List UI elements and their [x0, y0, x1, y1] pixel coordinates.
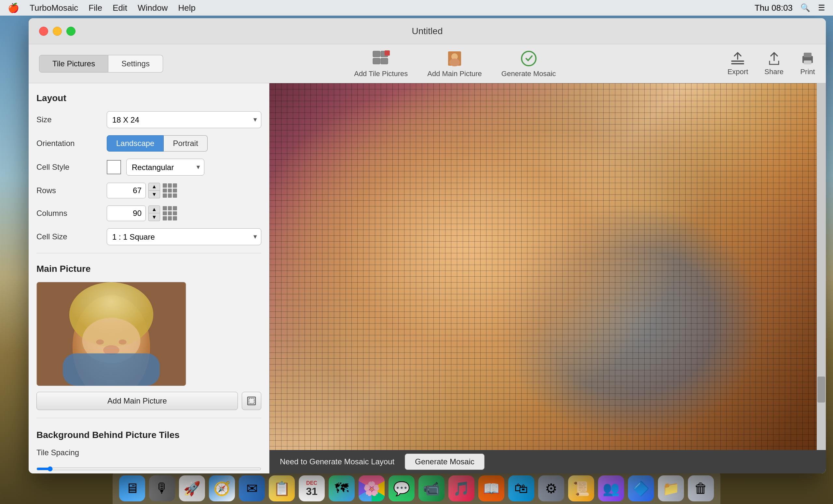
layout-title: Layout — [37, 93, 261, 103]
columns-increment[interactable]: ▲ — [148, 205, 160, 213]
svg-rect-3 — [381, 58, 388, 64]
dock-calendar[interactable]: DEC 31 — [299, 475, 325, 501]
landscape-button[interactable]: Landscape — [107, 135, 164, 152]
dock: 🖥 🎙 🚀 🧭 ✉ 📋 DEC 31 🗺 🌸 💬 📹 🎵 📖 🛍 ⚙ 📜 👥 🔷… — [113, 468, 720, 504]
rows-input-group: 67 ▲ ▼ — [107, 183, 177, 198]
size-select[interactable]: 18 X 24 16 X 20 24 X 36 — [107, 111, 261, 128]
crop-button[interactable] — [242, 392, 261, 410]
titlebar: Untitled — [29, 18, 826, 44]
orientation-label: Orientation — [37, 139, 101, 148]
dock-messages[interactable]: 💬 — [388, 475, 414, 501]
svg-rect-23 — [249, 398, 254, 404]
dock-music[interactable]: 🎵 — [448, 475, 474, 501]
add-tile-pictures-label: Add Tile Pictures — [354, 70, 408, 78]
scrollbar-track — [817, 83, 826, 450]
add-tile-pictures-button[interactable]: Add Tile Pictures — [354, 49, 408, 78]
menu-file[interactable]: File — [89, 3, 102, 13]
orientation-row: Orientation Landscape Portrait — [37, 135, 261, 152]
generate-mosaic-button[interactable]: Generate Mosaic — [501, 49, 556, 78]
menu-app-name[interactable]: TurboMosaic — [30, 3, 78, 13]
svg-rect-21 — [63, 353, 160, 386]
cell-style-select[interactable]: Rectangular Square Circular — [126, 159, 204, 176]
status-generate-button[interactable]: Generate Mosaic — [405, 454, 484, 470]
maximize-button[interactable] — [66, 27, 75, 36]
columns-decrement[interactable]: ▼ — [148, 213, 160, 221]
add-main-picture-button[interactable]: Add Main Picture — [427, 49, 482, 78]
app-window: Untitled Tile Pictures Settings Add — [29, 18, 826, 474]
canvas-area: Need to Generate Mosaic Layout Generate … — [269, 83, 826, 474]
svg-rect-12 — [804, 53, 811, 57]
menubar-search-icon[interactable]: 🔍 — [801, 3, 810, 12]
svg-rect-0 — [373, 51, 380, 57]
dock-launchpad[interactable]: 🚀 — [179, 475, 205, 501]
dock-turbomosaic[interactable]: 🔷 — [628, 475, 654, 501]
export-button[interactable]: Export — [728, 51, 748, 76]
export-icon — [730, 51, 745, 66]
status-text: Need to Generate Mosaic Layout — [280, 457, 395, 466]
generate-mosaic-icon — [520, 49, 538, 68]
rows-decrement[interactable]: ▼ — [148, 191, 160, 198]
tab-tile-pictures[interactable]: Tile Pictures — [39, 55, 109, 73]
dock-appstore[interactable]: 🛍 — [508, 475, 534, 501]
menubar: 🍎 TurboMosaic File Edit Window Help Thu … — [0, 0, 833, 16]
print-button[interactable]: Print — [800, 51, 815, 76]
dock-notes[interactable]: 📋 — [269, 475, 295, 501]
dock-maps[interactable]: 🗺 — [329, 475, 355, 501]
menu-window[interactable]: Window — [138, 3, 168, 13]
menubar-menu-icon[interactable]: ☰ — [818, 3, 825, 12]
scrollbar-thumb[interactable] — [817, 377, 825, 403]
menubar-time: Thu 08:03 — [755, 3, 793, 13]
print-icon — [800, 51, 815, 66]
dock-siri[interactable]: 🎙 — [149, 475, 175, 501]
tile-pictures-icon — [372, 49, 390, 68]
tab-settings[interactable]: Settings — [109, 55, 163, 73]
columns-input-group: 90 ▲ ▼ — [107, 205, 177, 221]
columns-label: Columns — [37, 209, 101, 218]
toolbar-right: Export Share Print — [728, 51, 815, 76]
minimize-button[interactable] — [53, 27, 62, 36]
cell-style-label: Cell Style — [37, 162, 101, 172]
tile-spacing-slider[interactable] — [37, 464, 261, 474]
sidebar-divider-1 — [37, 253, 261, 253]
generate-mosaic-label: Generate Mosaic — [501, 70, 556, 78]
dock-photos[interactable]: 🌸 — [359, 475, 385, 501]
columns-stepper: ▲ ▼ — [148, 205, 160, 221]
mosaic-grid-overlay — [269, 83, 826, 450]
dock-books[interactable]: 📖 — [478, 475, 504, 501]
rows-grid-icon[interactable] — [163, 183, 177, 198]
svg-point-18 — [96, 339, 104, 345]
columns-input[interactable]: 90 — [107, 205, 146, 221]
traffic-lights — [39, 27, 75, 36]
svg-point-19 — [119, 339, 126, 345]
columns-grid-icon[interactable] — [163, 206, 177, 221]
dock-trash[interactable]: 🗑 — [688, 475, 714, 501]
bg-title: Background Behind Picture Tiles — [37, 430, 261, 440]
main-picture-icon — [446, 49, 464, 68]
menu-help[interactable]: Help — [178, 3, 195, 13]
dock-safari[interactable]: 🧭 — [209, 475, 235, 501]
add-main-picture-button[interactable]: Add Main Picture — [37, 392, 238, 410]
content-area: Layout Size 18 X 24 16 X 20 24 X 36 ▼ — [29, 83, 826, 474]
columns-row: Columns 90 ▲ ▼ — [37, 205, 261, 221]
sidebar: Layout Size 18 X 24 16 X 20 24 X 36 ▼ — [29, 83, 269, 474]
menu-edit[interactable]: Edit — [113, 3, 127, 13]
close-button[interactable] — [39, 27, 48, 36]
cell-size-label: Cell Size — [37, 232, 101, 241]
dock-finder[interactable]: 🖥 — [119, 475, 145, 501]
rows-increment[interactable]: ▲ — [148, 183, 160, 191]
dock-facetime[interactable]: 📹 — [419, 475, 445, 501]
dock-system-prefs[interactable]: ⚙ — [538, 475, 564, 501]
share-button[interactable]: Share — [764, 51, 784, 76]
portrait-button[interactable]: Portrait — [164, 135, 207, 152]
rows-row: Rows 67 ▲ ▼ — [37, 183, 261, 198]
apple-menu[interactable]: 🍎 — [8, 3, 19, 13]
dock-file[interactable]: 📁 — [658, 475, 684, 501]
dock-faces[interactable]: 👥 — [598, 475, 624, 501]
cell-size-select[interactable]: 1 : 1 Square 2 : 3 Portrait 3 : 2 Landsc… — [107, 228, 261, 245]
rows-input[interactable]: 67 — [107, 183, 146, 198]
dock-scripts[interactable]: 📜 — [568, 475, 594, 501]
svg-rect-13 — [804, 60, 811, 65]
dock-mail[interactable]: ✉ — [239, 475, 265, 501]
print-label: Print — [800, 68, 815, 76]
cell-style-preview — [107, 160, 121, 174]
